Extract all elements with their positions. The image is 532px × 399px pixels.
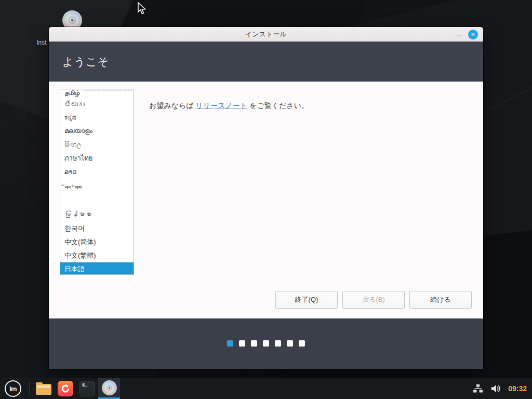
mint-logo-icon: lm (5, 380, 21, 397)
language-option-label: 한국어 (64, 224, 85, 233)
page-title: ようこそ (62, 55, 109, 69)
firefox-launcher[interactable] (55, 378, 76, 399)
progress-dot (275, 340, 281, 347)
progress-dot (239, 340, 245, 347)
terminal-icon: $_ (79, 381, 95, 396)
language-option[interactable]: മലയാളം (60, 124, 134, 138)
installer-taskbar-button[interactable] (98, 378, 120, 399)
language-option[interactable]: བོད་ཡིག (60, 178, 134, 198)
page-content: தமிழ்తెలుగుಕನ್ನಡമലയാളംසිංහලภาษาไทยລາວབོད… (49, 82, 483, 318)
progress-dot (299, 340, 305, 347)
release-notes-link[interactable]: リリースノート (196, 101, 248, 110)
language-option-label: မြန်မာစာ (64, 210, 91, 218)
continue-button[interactable]: 続ける (409, 291, 472, 309)
installer-window: インストール – ✕ ようこそ தமிழ்తెలుగుಕನ್ನಡമലയാളംසි… (49, 27, 483, 369)
language-option[interactable]: 한국어 (60, 222, 134, 235)
language-option-label: ລາວ (64, 168, 77, 176)
volume-icon[interactable] (490, 383, 501, 394)
window-titlebar[interactable]: インストール – ✕ (49, 27, 483, 42)
page-header: ようこそ (49, 42, 483, 82)
release-notes-suffix: をご覧ください。 (247, 101, 309, 110)
list-scroll-indicator (84, 90, 132, 91)
progress-dot-active (227, 340, 233, 347)
language-option[interactable]: ಕನ್ನಡ (60, 111, 134, 124)
language-option-label: தமிழ் (64, 89, 79, 97)
firefox-icon (58, 381, 73, 396)
language-option-label: తెలుగు (64, 100, 85, 108)
language-option[interactable]: 日本語 (60, 262, 134, 275)
language-list[interactable]: தமிழ்తెలుగుಕನ್ನಡമലയാളംසිංහලภาษาไทยລາວབོད… (60, 89, 134, 275)
language-option-label: བོད་ཡིག (64, 184, 82, 192)
language-option-label: 中文(简体) (64, 237, 96, 247)
release-notes-prefix: お望みならば (149, 101, 196, 110)
installer-cd-icon (102, 380, 117, 395)
language-option-label: ಕನ್ನಡ (64, 113, 76, 122)
language-option[interactable]: 中文(简体) (60, 235, 134, 249)
window-title: インストール (245, 30, 287, 39)
taskbar-clock[interactable]: 09:32 (508, 384, 527, 393)
language-option[interactable]: ภาษาไทย (60, 151, 134, 165)
network-icon[interactable] (473, 383, 483, 394)
language-option[interactable]: ລາວ (60, 165, 134, 178)
progress-dot (287, 340, 293, 347)
taskbar-separator (29, 382, 30, 395)
system-tray: 09:32 (473, 378, 532, 399)
installer-desktop-icon-label[interactable]: Inst (36, 39, 46, 46)
language-option-label: 中文(繁體) (64, 251, 96, 260)
step-progress-dots (227, 340, 305, 347)
mint-menu-button[interactable]: lm (0, 378, 26, 399)
language-option-label: ภาษาไทย (64, 153, 92, 164)
language-option[interactable]: 中文(繁體) (60, 249, 134, 262)
taskbar: lm $_ (0, 378, 532, 399)
quit-button[interactable]: 終了(Q) (275, 291, 338, 309)
back-button: 戻る(B) (342, 291, 405, 309)
terminal-launcher[interactable]: $_ (76, 378, 98, 399)
language-option-label: 日本語 (64, 264, 85, 274)
file-manager-launcher[interactable] (33, 378, 55, 399)
folder-icon (36, 382, 51, 395)
progress-dot (263, 340, 269, 347)
language-option-label: മലയാളം (64, 127, 92, 135)
language-option-label: සිංහල (64, 140, 82, 149)
close-icon: ✕ (471, 32, 475, 37)
language-option[interactable]: සිංහල (60, 138, 134, 151)
progress-footer (49, 318, 483, 369)
taskbar-left: lm $_ (0, 378, 120, 399)
progress-dot (251, 340, 257, 347)
dialog-buttons: 終了(Q) 戻る(B) 続ける (275, 291, 472, 309)
language-option[interactable]: తెలుగు (60, 97, 134, 111)
close-button[interactable]: ✕ (468, 30, 478, 39)
language-option[interactable]: မြန်မာစာ (60, 198, 134, 222)
release-notes-text: お望みならば リリースノート をご覧ください。 (149, 101, 309, 111)
minimize-button[interactable]: – (457, 32, 461, 37)
window-controls: – ✕ (457, 27, 478, 42)
